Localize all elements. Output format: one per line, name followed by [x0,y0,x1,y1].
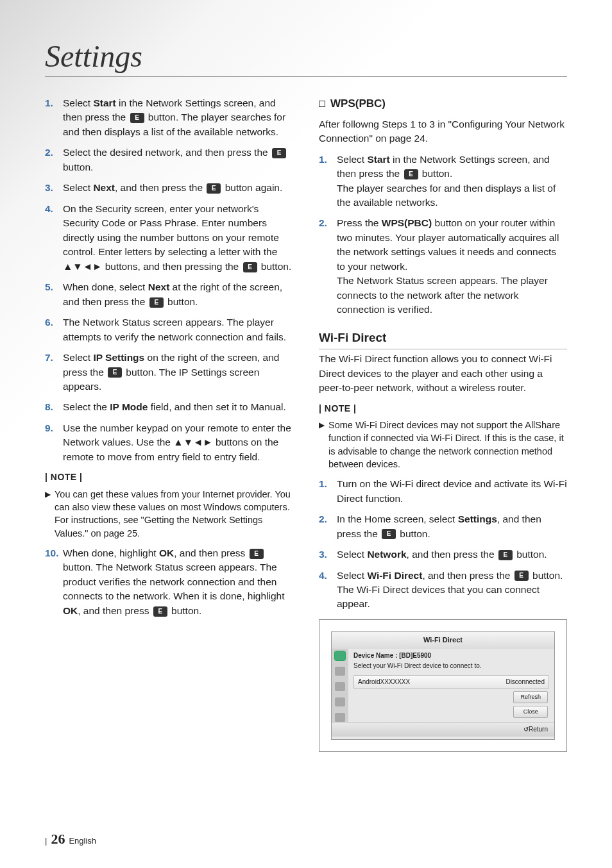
list-item: 4.On the Security screen, enter your net… [45,202,293,274]
dialog-sidebar [332,649,348,722]
step-body: The Network Status screen appears. The p… [63,315,293,344]
device-item-status: Disconnected [506,678,545,687]
triangle-icon: ▶ [319,419,325,471]
step-body: Select IP Settings on the right of the s… [63,351,293,394]
list-item: 1.Select Start in the Network Settings s… [319,153,567,210]
wps-heading: WPS(PBC) [319,96,567,112]
square-bullet-icon [319,101,325,107]
wps-intro: After followng Steps 1 to 3 in "Configur… [319,117,567,146]
list-item: 9.Use the number keypad on your remote t… [45,421,293,464]
step-body: Select Network, and then press the butto… [337,547,567,562]
triangle-icon: ▶ [45,488,51,540]
step-number: 3. [45,181,63,195]
wifi-direct-dialog-frame: Wi-Fi Direct Device Name : [BD]E5900 Sel… [319,619,567,752]
step-body: Select Start in the Network Settings scr… [63,96,293,139]
note-label: | NOTE | [45,471,293,483]
step-body: Select Next, and then press the button a… [63,181,293,195]
step-number: 2. [45,146,63,174]
step-number: 8. [45,400,63,414]
step-body: Select Wi-Fi Direct, and then press the … [337,569,567,612]
list-item: 6.The Network Status screen appears. The… [45,315,293,344]
step-body: Select the IP Mode field, and then set i… [63,400,293,414]
close-button[interactable]: Close [513,706,548,718]
refresh-button[interactable]: Refresh [513,691,548,703]
step-number: 4. [319,569,337,612]
device-row[interactable]: AndroidXXXXXXX Disconnected [353,675,549,690]
step-number: 2. [319,216,337,317]
list-item: 3.Select Next, and then press the button… [45,181,293,195]
step-number: 2. [319,512,337,541]
page-footer: |26English [45,831,96,847]
enter-icon [149,297,164,308]
step-number: 1. [319,153,337,210]
step-number: 4. [45,202,63,274]
enter-icon [272,148,286,158]
wifi-direct-heading: Wi-Fi Direct [319,329,567,350]
enter-icon [243,262,257,272]
enter-icon [153,606,167,617]
step-body: Press the WPS(PBC) button on your router… [337,216,567,317]
step-body: Use the number keypad on your remote to … [63,421,293,464]
wifi-direct-dialog: Wi-Fi Direct Device Name : [BD]E5900 Sel… [331,631,555,740]
enter-icon [250,549,264,559]
sidebar-icon[interactable] [335,651,345,660]
sidebar-icon[interactable] [335,682,345,691]
list-item: 3.Select Network, and then press the but… [319,547,567,562]
dialog-instruction: Select your Wi-Fi Direct device to conne… [353,662,549,671]
step-number: 1. [45,96,63,139]
step-number: 1. [319,477,337,506]
enter-icon [207,183,221,194]
enter-icon [382,529,396,539]
right-column: WPS(PBC) After followng Steps 1 to 3 in … [319,96,567,752]
enter-icon [514,571,529,581]
step-body: Turn on the Wi-Fi direct device and acti… [337,477,567,506]
step-body: In the Home screen, select Settings, and… [337,512,567,541]
enter-icon [108,367,122,378]
step-number: 5. [45,280,63,309]
step-body: Select Start in the Network Settings scr… [337,153,567,210]
left-column: 1.Select Start in the Network Settings s… [45,96,293,752]
sidebar-icon[interactable] [335,697,345,706]
dialog-title: Wi-Fi Direct [332,632,554,649]
step-number: 3. [319,547,337,562]
enter-icon [404,169,418,179]
step-body: When done, select Next at the right of t… [63,280,293,309]
step-10: 10. When done, highlight OK, and then pr… [45,546,293,618]
list-item: 8.Select the IP Mode field, and then set… [45,400,293,414]
page-title: Settings [45,38,567,77]
step-number: 6. [45,315,63,344]
list-item: 1.Turn on the Wi-Fi direct device and ac… [319,477,567,506]
step-number: 9. [45,421,63,464]
list-item: 2.Press the WPS(PBC) button on your rout… [319,216,567,317]
note-text: ▶ You can get these values from your Int… [45,488,293,540]
enter-icon [498,550,513,560]
note-label-right: | NOTE | [319,402,567,415]
return-button[interactable]: Return [523,726,548,733]
enter-icon [130,113,144,123]
list-item: 7.Select IP Settings on the right of the… [45,351,293,394]
wifi-intro: The Wi-Fi Direct function allows you to … [319,352,567,395]
sidebar-icon[interactable] [335,713,345,722]
sidebar-icon[interactable] [335,667,345,676]
list-item: 2.In the Home screen, select Settings, a… [319,512,567,541]
list-item: 4.Select Wi-Fi Direct, and then press th… [319,569,567,612]
list-item: 1.Select Start in the Network Settings s… [45,96,293,139]
list-item: 2.Select the desired network, and then p… [45,146,293,174]
wifi-note: ▶ Some Wi-Fi Direct devices may not supp… [319,419,567,471]
step-number: 7. [45,351,63,394]
step-body: On the Security screen, enter your netwo… [63,202,293,274]
device-item-name: AndroidXXXXXXX [358,678,410,687]
device-name: Device Name : [BD]E5900 [353,651,549,661]
step-body: Select the desired network, and then pre… [63,146,293,174]
list-item: 5.When done, select Next at the right of… [45,280,293,309]
